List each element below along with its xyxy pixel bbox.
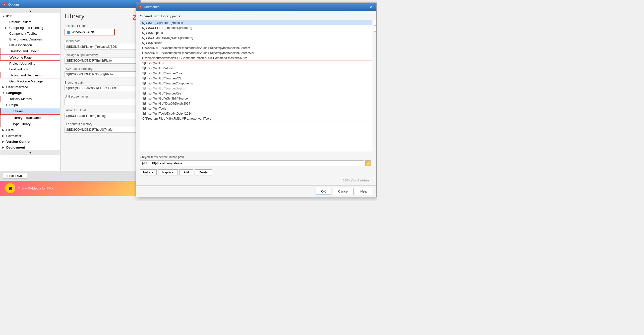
debug-dcu-group: Debug DCU path <box>65 109 136 119</box>
dcp-output-input[interactable] <box>65 71 136 77</box>
sidebar-item-delphi[interactable]: ▼ Delphi <box>0 102 60 108</box>
path-item[interactable]: $(fmsoft)\uniGUI\Source\Res <box>140 91 372 96</box>
path-item[interactable]: $(fmsoft)\uniTools <box>140 106 372 111</box>
library-path-input[interactable] <box>65 44 136 50</box>
taskbar-app-icon: ⊕ <box>5 183 15 193</box>
path-item[interactable]: C:\Users\86182\Documents\Embarcadero\Stu… <box>140 45 372 51</box>
sidebar-item-compiling-running[interactable]: ▶ Compiling and Running <box>0 25 60 31</box>
path-item[interactable]: C:\Users\86182\Documents\Embarcadero\Stu… <box>140 51 372 56</box>
path-item[interactable]: $(fmsoft)\uniGUI\Dcu64\Delphi2024 <box>140 101 372 106</box>
options-sidebar: ▲ ▼ IDE Default Folders ▶ Compiling and … <box>0 8 61 196</box>
path-item[interactable]: $(BDSCOMMONDIR)\Dcp\$(Platform) <box>140 35 372 40</box>
options-title: Options <box>8 3 20 6</box>
unit-scope-group: Unit scope names <box>65 95 136 105</box>
sidebar-item-library-translated[interactable]: Library - Translated <box>0 115 60 121</box>
replace-button[interactable]: Replace <box>158 169 178 175</box>
library-content-panel: Library 2 Selected Platform Windows 64-b… <box>61 8 140 196</box>
path-item[interactable]: C:\delphisource\mytools\DOSCommand-maste… <box>140 56 372 61</box>
sidebar-item-html[interactable]: ▶ HTML <box>0 127 60 133</box>
scroll-down-button[interactable]: ▼ <box>374 26 376 32</box>
hpp-output-input[interactable] <box>65 127 136 133</box>
expand-icon-compiling: ▶ <box>5 26 8 29</box>
sidebar-item-live-bindings[interactable]: LiveBindings <box>0 66 60 72</box>
path-item[interactable]: $(fmsoft)\uniGUI\uIndy <box>140 66 372 71</box>
cancel-button[interactable]: Cancel <box>333 188 354 195</box>
sidebar-item-type-library[interactable]: Type Library <box>0 121 60 127</box>
expand-icon-ide: ▼ <box>2 15 5 18</box>
package-output-input[interactable] <box>65 58 136 64</box>
dialog-close-button[interactable]: ✕ <box>369 5 374 9</box>
sidebar-item-formatter[interactable]: ▶ Formatter <box>0 133 60 139</box>
edit-path-input[interactable] <box>140 160 364 166</box>
sidebar-item-saving-recovering[interactable]: Saving and Recovering <box>0 72 60 78</box>
path-item[interactable]: $(BDSUSERDIR)\Imports\$(Platform) <box>140 25 372 30</box>
path-item[interactable]: $(BDSLIB)\$(Platform)\release <box>140 20 372 25</box>
platform-icon <box>67 31 70 34</box>
sidebar-item-version-control[interactable]: ▶ Version Control <box>0 139 60 145</box>
platform-selector[interactable]: Windows 64-bit <box>65 29 115 35</box>
library-path-group: Library path <box>65 39 136 50</box>
field-label-2: DCP output directory <box>65 67 136 71</box>
tasks-button[interactable]: Tasks ▼ <box>140 169 157 175</box>
field-label-5: Debug DCU path <box>65 109 136 112</box>
sidebar-scroll-down[interactable]: ▼ <box>0 150 60 155</box>
dialog-body: Ordered list of Library paths: $(BDSLIB)… <box>136 11 376 185</box>
help-button[interactable]: Help <box>355 188 372 195</box>
folder-browse-button[interactable]: 📁 <box>365 160 371 166</box>
delete-button[interactable]: Delete <box>195 169 212 175</box>
sidebar-item-getit[interactable]: GetIt Package Manager <box>0 78 60 84</box>
page-title: Library <box>65 12 84 20</box>
options-titlebar: ● Options <box>0 0 140 8</box>
hpp-output-group: HPP output directory <box>65 122 136 133</box>
platform-value: Windows 64-bit <box>72 30 94 34</box>
browsing-path-group: Browsing path <box>65 81 136 91</box>
debug-dcu-input[interactable] <box>65 113 136 119</box>
dialog-subtitle: Ordered list of Library paths: <box>140 14 372 18</box>
sidebar-item-library[interactable]: Library <box>0 108 60 115</box>
path-item[interactable]: $(fmsoft)\uniTools\Dcu64\Delphi2024 <box>140 111 372 116</box>
edit-path-row: 📁 <box>140 160 372 166</box>
dcp-output-group: DCP output directory <box>65 67 136 77</box>
path-item[interactable]: $(fmsoft)\uniGUI\Source\VCL <box>140 76 372 81</box>
sidebar-item-toxicity-metrics[interactable]: Toxicity Metrics <box>0 96 60 102</box>
app-icon: ● <box>3 2 7 6</box>
dialog-footer: OK Cancel Help <box>136 185 376 197</box>
expand-spacer <box>5 21 8 23</box>
tasks-dropdown-icon: ▼ <box>151 171 154 174</box>
field-label-3: Browsing path <box>65 81 136 84</box>
path-item[interactable]: $(BDS)\Imports <box>140 30 372 35</box>
unit-scope-input[interactable] <box>65 99 136 105</box>
path-item[interactable]: $(fmsoft)\uniGUI <box>140 61 372 66</box>
options-window: ● Options ▲ ▼ IDE Default Folders ▶ C <box>0 0 141 196</box>
sidebar-item-welcome-page[interactable]: Welcome Page <box>0 54 60 61</box>
path-item[interactable]: $(fmsoft)\uniGUI\Source\Core <box>140 71 372 76</box>
sidebar-item-env-variables[interactable]: Environment Variables <box>0 36 60 42</box>
bottom-bar: ⊞ Edit Layout <box>0 171 140 181</box>
taskbar-strip: ⊕ Trial – RVMedia for FMX <box>0 181 141 196</box>
edit-layout-icon: ⊞ <box>6 174 8 178</box>
path-item[interactable]: C:\Program Files (x86)\FMSoft\Framework\… <box>140 116 372 121</box>
browsing-path-input[interactable] <box>65 85 136 91</box>
taskbar-app-name: Trial – RVMedia for FMX <box>18 186 53 190</box>
sidebar-item-component-toolbar[interactable]: Component Toolbar <box>0 31 60 36</box>
sidebar-item-ide[interactable]: ▼ IDE <box>0 13 60 19</box>
platform-label: Selected Platform <box>65 24 136 28</box>
directories-dialog: ● Directories ✕ Ordered list of Library … <box>136 3 377 197</box>
sidebar-item-user-interface[interactable]: ▶ User Interface <box>0 84 60 90</box>
sidebar-item-deployment[interactable]: ▶ Deployment <box>0 145 60 150</box>
sidebar-item-language[interactable]: ▼ Language <box>0 90 60 96</box>
ok-button[interactable]: OK <box>316 188 331 195</box>
scroll-up-button[interactable]: ▲ <box>374 20 376 26</box>
sidebar-item-project-upgrading[interactable]: Project Upgrading <box>0 61 60 66</box>
sidebar-scroll-up[interactable]: ▲ <box>0 8 60 13</box>
paths-list[interactable]: $(BDSLIB)\$(Platform)\release$(BDSUSERDI… <box>140 20 372 151</box>
sidebar-item-desktop-layout[interactable]: Desktop and Layout <box>0 48 60 54</box>
path-item[interactable]: $(fmsoft)\uniGUI\uSynEdit\Source <box>140 96 372 101</box>
sidebar-item-default-folders[interactable]: Default Folders <box>0 19 60 25</box>
path-item[interactable]: $(fmsoft)\uniGUI\Source\Design <box>140 86 372 91</box>
sidebar-item-file-association[interactable]: File Association <box>0 42 60 48</box>
path-item[interactable]: $(BDS)\include <box>140 40 372 45</box>
path-item[interactable]: $(fmsoft)\uniGUI\Source\Components <box>140 81 372 86</box>
add-button[interactable]: Add <box>179 169 193 175</box>
edit-layout-button[interactable]: ⊞ Edit Layout <box>3 173 27 179</box>
